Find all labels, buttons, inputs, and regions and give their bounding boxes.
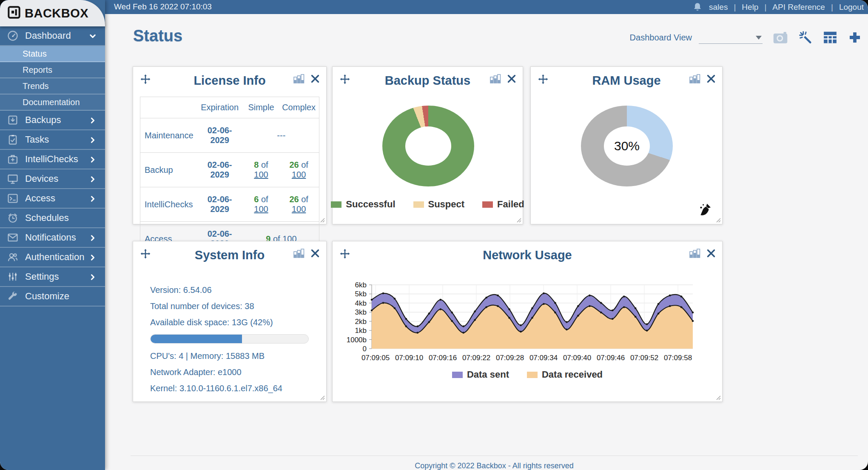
clean-broom-icon[interactable]: [698, 202, 713, 218]
system-disk-space: Available disk space: 13G (42%): [150, 318, 309, 327]
sidebar-item-reports[interactable]: Reports: [0, 62, 105, 78]
bar-chart-icon[interactable]: [689, 74, 701, 84]
license-total-link[interactable]: 100: [292, 204, 306, 214]
sidebar-item-schedules[interactable]: Schedules: [0, 209, 105, 228]
envelope-icon: [6, 231, 19, 244]
sidebar-item-settings[interactable]: Settings: [0, 267, 105, 287]
bar-chart-icon[interactable]: [689, 248, 701, 258]
failed-swatch: [482, 201, 493, 208]
network-usage-legend: Data sent Data received: [333, 369, 722, 380]
help-link[interactable]: Help: [742, 3, 758, 12]
bell-icon[interactable]: [692, 2, 703, 13]
svg-text:07:09:10: 07:09:10: [395, 354, 423, 362]
sidebar-item-backups[interactable]: Backups: [0, 111, 105, 130]
monitor-icon: [6, 172, 19, 185]
svg-text:07:09:05: 07:09:05: [361, 354, 390, 362]
alarm-clock-icon: [6, 212, 19, 224]
ram-usage-donut-chart[interactable]: 30%: [581, 106, 673, 186]
resize-handle[interactable]: [319, 217, 325, 223]
svg-text:07:09:52: 07:09:52: [630, 354, 658, 362]
chevron-right-icon: [89, 253, 97, 261]
datetime-label: Wed Feb 16 2022 07:10:03: [114, 2, 212, 11]
license-total-link[interactable]: 100: [292, 170, 306, 179]
chevron-right-icon: [89, 272, 97, 281]
bar-chart-icon[interactable]: [293, 74, 305, 84]
add-widget-plus-icon[interactable]: [848, 30, 862, 45]
bar-chart-icon[interactable]: [293, 248, 305, 258]
close-icon[interactable]: [706, 74, 716, 84]
api-reference-link[interactable]: API Reference: [772, 3, 825, 12]
data-received-swatch: [527, 372, 538, 378]
topbar: Wed Feb 16 2022 07:10:03 sales | Help | …: [0, 0, 868, 14]
disk-usage-bar: [150, 334, 309, 344]
close-icon[interactable]: [507, 74, 517, 84]
screenshot-camera-icon[interactable]: [773, 31, 788, 44]
sidebar-item-intellichecks[interactable]: IntelliChecks: [0, 150, 105, 169]
svg-text:07:09:22: 07:09:22: [462, 354, 490, 362]
chevron-right-icon: [89, 135, 97, 144]
users-icon: [6, 251, 19, 264]
chevron-right-icon: [89, 194, 97, 203]
sidebar-item-trends[interactable]: Trends: [0, 78, 105, 95]
medkit-icon: [6, 153, 19, 166]
svg-text:5kb: 5kb: [355, 290, 367, 298]
archive-download-icon: [6, 114, 19, 126]
ram-usage-widget: RAM Usage 30%: [530, 66, 723, 224]
sidebar-item-label: Dashboard: [25, 30, 71, 41]
clipboard-check-icon: [6, 133, 19, 146]
sidebar-item-authentication[interactable]: Authentication: [0, 248, 105, 267]
ram-usage-value: 30%: [614, 139, 640, 153]
svg-text:0: 0: [363, 345, 367, 353]
svg-text:07:09:40: 07:09:40: [563, 354, 591, 362]
resize-handle[interactable]: [319, 394, 325, 400]
resize-handle[interactable]: [515, 217, 521, 223]
svg-text:6kb: 6kb: [355, 281, 367, 289]
data-sent-swatch: [452, 372, 463, 378]
network-usage-widget: Network Usage 6kb5kb4kb3kb2kb1kb1000b007…: [332, 241, 723, 402]
resize-handle[interactable]: [715, 217, 721, 223]
sidebar-item-customize[interactable]: Customize: [0, 287, 105, 307]
chevron-right-icon: [89, 116, 97, 124]
table-grid-icon[interactable]: [823, 31, 837, 44]
close-icon[interactable]: [310, 248, 320, 258]
close-icon[interactable]: [706, 248, 716, 258]
user-label[interactable]: sales: [709, 3, 728, 12]
chevron-down-icon: [89, 32, 97, 40]
dashboard-view-label: Dashboard View: [630, 33, 692, 43]
logout-link[interactable]: Logout: [839, 3, 864, 12]
license-total-link[interactable]: 100: [254, 170, 268, 179]
app-window: Wed Feb 16 2022 07:10:03 sales | Help | …: [0, 0, 868, 470]
dashboard-view-select[interactable]: [699, 31, 763, 44]
bar-chart-icon[interactable]: [489, 74, 501, 84]
system-device-count: Total number of devices: 38: [150, 302, 309, 310]
magic-wand-icon[interactable]: [798, 30, 813, 45]
svg-text:07:09:28: 07:09:28: [496, 354, 524, 362]
close-icon[interactable]: [310, 74, 320, 84]
sidebar-item-devices[interactable]: Devices: [0, 169, 105, 189]
backup-status-donut-chart[interactable]: [382, 106, 474, 186]
svg-text:4kb: 4kb: [355, 299, 367, 307]
sidebar-item-documentation[interactable]: Documentation: [0, 95, 105, 111]
sidebar-item-status[interactable]: Status: [0, 46, 105, 62]
system-network-adapter: Network Adapter: e1000: [150, 368, 309, 376]
sidebar-item-notifications[interactable]: Notifications: [0, 228, 105, 248]
resize-handle[interactable]: [715, 394, 721, 400]
successful-swatch: [331, 201, 342, 208]
svg-text:1000b: 1000b: [347, 336, 367, 344]
sliders-icon: [6, 270, 19, 283]
sidebar-item-access[interactable]: Access: [0, 189, 105, 209]
table-row: Maintenance 02-06-2029 ---: [140, 118, 319, 153]
gauge-icon: [6, 29, 19, 42]
svg-text:3kb: 3kb: [355, 308, 367, 316]
backbox-logo-icon: [7, 6, 21, 21]
footer: Copyright © 2022 Backbox - All rights re…: [131, 456, 858, 470]
copyright-text: Copyright © 2022 Backbox - All rights re…: [415, 461, 573, 470]
network-usage-area-chart[interactable]: 6kb5kb4kb3kb2kb1kb1000b007:09:0507:09:10…: [333, 267, 722, 369]
license-total-link[interactable]: 100: [254, 204, 268, 214]
svg-text:07:09:16: 07:09:16: [429, 354, 457, 362]
backup-status-legend: Successful Suspect Failed: [333, 199, 523, 210]
select-caret-icon: [756, 36, 762, 40]
system-version: Version: 6.54.06: [150, 286, 309, 294]
sidebar-item-tasks[interactable]: Tasks: [0, 130, 105, 150]
sidebar-item-dashboard[interactable]: Dashboard: [0, 26, 105, 46]
